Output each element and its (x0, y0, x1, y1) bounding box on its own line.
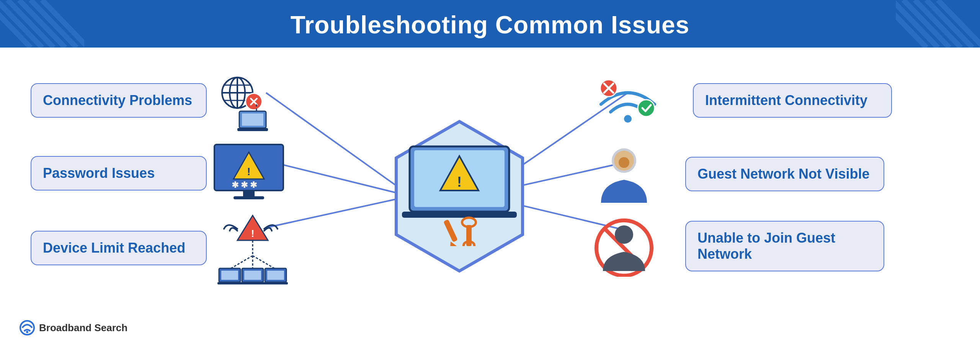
guest-visible-card: Guest Network Not Visible (590, 145, 884, 203)
intermittent-icons (590, 74, 666, 127)
guest-visible-issue-card[interactable]: Guest Network Not Visible (685, 157, 884, 191)
svg-text:!: ! (247, 166, 250, 177)
monitor-icon: ! ✱ ✱ ✱ (211, 143, 287, 204)
header-decoration-left (0, 0, 84, 48)
wifi-mixed-icon (590, 74, 666, 127)
svg-rect-31 (237, 128, 268, 131)
connectivity-icons (211, 74, 325, 127)
device-limit-card: Device Limit Reached ! (31, 212, 302, 284)
footer: Broadband Search (19, 320, 127, 336)
svg-line-44 (253, 256, 276, 269)
network-warning-icon: ! (211, 212, 295, 284)
password-card: Password Issues ! ✱ ✱ ✱ (31, 143, 295, 204)
svg-rect-47 (217, 282, 242, 284)
password-icons: ! ✱ ✱ ✱ (211, 143, 295, 204)
header: Troubleshooting Common Issues (0, 0, 980, 48)
guest-join-icons (590, 215, 658, 277)
svg-rect-52 (267, 271, 284, 280)
hexagon-container: ! (387, 116, 532, 278)
password-issue-card[interactable]: Password Issues (31, 156, 207, 191)
svg-point-69 (638, 100, 655, 117)
device-limit-issue-card[interactable]: Device Limit Reached (31, 231, 207, 265)
svg-rect-53 (263, 282, 288, 284)
person-icon (590, 145, 658, 203)
svg-point-77 (26, 331, 28, 333)
svg-rect-59 (402, 212, 517, 218)
svg-point-72 (619, 157, 629, 168)
center-hexagon-area: ! (383, 105, 536, 289)
header-decoration-right (896, 0, 980, 48)
brand-logo-icon (19, 320, 35, 336)
svg-rect-38 (234, 196, 264, 199)
svg-line-42 (230, 256, 253, 269)
svg-point-75 (615, 225, 633, 244)
connectivity-issue-card[interactable]: Connectivity Problems (31, 83, 207, 118)
svg-rect-60 (443, 219, 458, 242)
svg-rect-63 (466, 225, 472, 246)
guest-join-issue-card[interactable]: Unable to Join Guest Network (685, 221, 884, 271)
device-limit-icons: ! (211, 212, 302, 284)
connectivity-card: Connectivity Problems (31, 74, 325, 127)
svg-rect-46 (221, 271, 238, 280)
guest-visible-icons (590, 145, 658, 203)
svg-rect-30 (242, 113, 263, 126)
page-wrapper: Troubleshooting Common Issues Conne (0, 0, 980, 345)
no-person-icon (590, 215, 658, 277)
page-title: Troubleshooting Common Issues (291, 11, 689, 39)
svg-text:!: ! (457, 174, 462, 190)
laptop-tools-icon: ! (402, 139, 517, 248)
intermittent-card: Intermittent Connectivity (590, 74, 892, 127)
svg-rect-50 (240, 282, 265, 284)
svg-point-65 (624, 115, 632, 123)
svg-rect-49 (244, 271, 261, 280)
intermittent-issue-card[interactable]: Intermittent Connectivity (693, 83, 892, 118)
laptop-small-icon (237, 108, 268, 135)
guest-join-card: Unable to Join Guest Network (590, 215, 884, 277)
svg-text:!: ! (251, 228, 255, 239)
svg-text:✱ ✱ ✱: ✱ ✱ ✱ (232, 180, 257, 190)
brand-name: Broadband Search (39, 322, 127, 334)
